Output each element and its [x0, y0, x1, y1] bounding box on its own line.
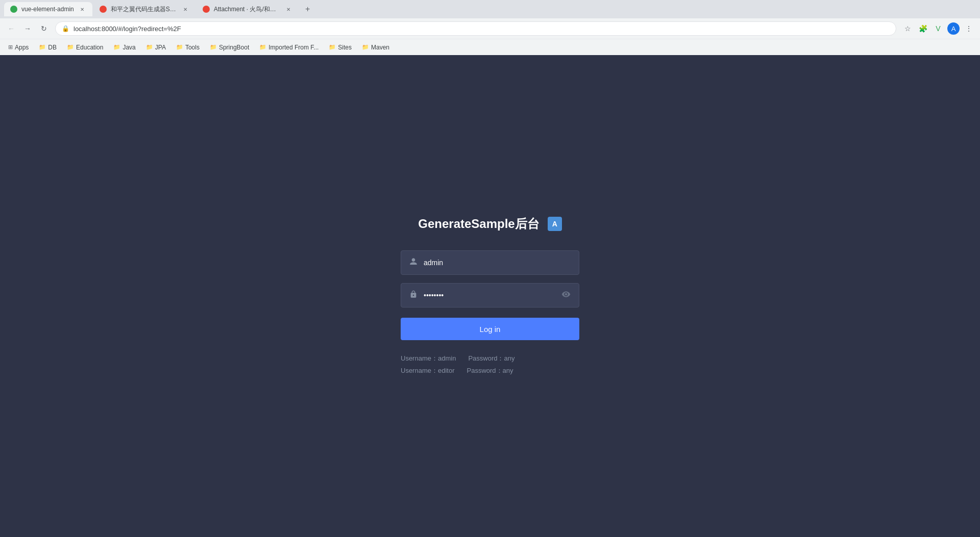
hint-username-1: Username：admin [401, 352, 456, 364]
lock-field-icon [409, 290, 418, 300]
tab-favicon-1 [10, 6, 17, 13]
extension-icon-1[interactable]: V [931, 21, 945, 36]
bookmark-star-button[interactable]: ☆ [900, 21, 915, 36]
username-input[interactable] [424, 259, 571, 267]
tab-hepzhi[interactable]: 和平之翼代码生成器SME... ✕ [93, 2, 195, 16]
profile-avatar: A [947, 22, 960, 35]
hint-password-1: Password：any [468, 352, 514, 364]
tab-title-3: Attachment · 火鸟/和平之... [214, 5, 280, 14]
bookmark-apps[interactable]: ⊞ Apps [4, 43, 33, 52]
maven-bookmark-icon: 📁 [362, 44, 369, 50]
jpa-bookmark-icon: 📁 [146, 44, 153, 50]
bookmark-db-label: DB [48, 44, 57, 51]
bookmark-springboot[interactable]: 📁 SpringBoot [206, 43, 253, 52]
tab-favicon-2 [100, 6, 107, 13]
password-input-group [401, 283, 579, 308]
reload-button[interactable]: ↻ [37, 21, 51, 36]
bookmark-db[interactable]: 📁 DB [35, 43, 61, 52]
password-input[interactable] [424, 291, 555, 299]
bookmark-apps-label: Apps [15, 44, 29, 51]
education-bookmark-icon: 📁 [67, 44, 74, 50]
translate-icon-label: A [552, 220, 557, 228]
imported-bookmark-icon: 📁 [259, 44, 266, 50]
tab-close-2[interactable]: ✕ [181, 5, 189, 13]
new-tab-button[interactable]: + [302, 3, 314, 15]
password-field-wrapper [401, 283, 579, 308]
bookmark-education-label: Education [76, 44, 103, 51]
springboot-bookmark-icon: 📁 [210, 44, 217, 50]
bookmark-tools[interactable]: 📁 Tools [172, 43, 204, 52]
translate-icon: A [548, 217, 562, 231]
forward-button[interactable]: → [20, 21, 35, 36]
bookmark-springboot-label: SpringBoot [219, 44, 249, 51]
tab-bar: vue-element-admin ✕ 和平之翼代码生成器SME... ✕ At… [0, 0, 980, 18]
bookmark-java-label: Java [122, 44, 135, 51]
bookmark-java[interactable]: 📁 Java [109, 43, 139, 52]
menu-button[interactable]: ⋮ [962, 21, 976, 36]
bookmark-maven-label: Maven [371, 44, 389, 51]
bookmark-jpa[interactable]: 📁 JPA [142, 43, 170, 52]
login-title: GenerateSample后台 [418, 216, 539, 232]
bookmark-imported[interactable]: 📁 Imported From F... [255, 43, 323, 52]
java-bookmark-icon: 📁 [113, 44, 120, 50]
nav-bar: ← → ↻ 🔒 localhost:8000/#/login?redirect=… [0, 18, 980, 39]
login-button-label: Log in [480, 325, 501, 334]
profile-button[interactable]: A [946, 21, 961, 36]
tab-title-1: vue-element-admin [21, 6, 74, 13]
db-bookmark-icon: 📁 [39, 44, 46, 50]
tools-bookmark-icon: 📁 [176, 44, 183, 50]
tab-attachment[interactable]: Attachment · 火鸟/和平之... ✕ [197, 2, 299, 16]
tab-close-1[interactable]: ✕ [78, 5, 86, 13]
eye-toggle-icon[interactable] [561, 290, 571, 301]
username-input-group [401, 250, 579, 275]
login-hints: Username：admin Password：any Username：edi… [401, 352, 579, 376]
page-content: GenerateSample后台 A [0, 55, 980, 537]
tab-title-2: 和平之翼代码生成器SME... [111, 5, 177, 14]
login-container: GenerateSample后台 A [401, 216, 579, 376]
login-button[interactable]: Log in [401, 318, 579, 340]
bookmark-maven[interactable]: 📁 Maven [358, 43, 394, 52]
lock-icon: 🔒 [62, 25, 69, 32]
tab-vue-element-admin[interactable]: vue-element-admin ✕ [4, 2, 92, 16]
apps-bookmark-icon: ⊞ [8, 44, 13, 50]
tab-favicon-3 [203, 6, 210, 13]
address-text: localhost:8000/#/login?redirect=%2F [74, 25, 181, 33]
browser-chrome: vue-element-admin ✕ 和平之翼代码生成器SME... ✕ At… [0, 0, 980, 55]
username-field-wrapper [401, 250, 579, 275]
bookmark-imported-label: Imported From F... [268, 44, 318, 51]
bookmark-tools-label: Tools [185, 44, 200, 51]
bookmark-jpa-label: JPA [155, 44, 166, 51]
address-bar[interactable]: 🔒 localhost:8000/#/login?redirect=%2F [55, 21, 896, 36]
hint-username-2: Username：editor [401, 365, 455, 376]
back-button[interactable]: ← [4, 21, 18, 36]
nav-right-buttons: ☆ 🧩 V A ⋮ [900, 21, 976, 36]
bookmark-education[interactable]: 📁 Education [63, 43, 107, 52]
bookmarks-bar: ⊞ Apps 📁 DB 📁 Education 📁 Java 📁 JPA 📁 T… [0, 39, 980, 55]
bookmark-sites[interactable]: 📁 Sites [325, 43, 356, 52]
tab-close-3[interactable]: ✕ [284, 5, 292, 13]
hint-row-2: Username：editor Password：any [401, 365, 579, 376]
hint-row-1: Username：admin Password：any [401, 352, 579, 364]
user-icon [409, 258, 418, 268]
bookmark-sites-label: Sites [338, 44, 352, 51]
hint-password-2: Password：any [467, 365, 513, 376]
login-header: GenerateSample后台 A [418, 216, 561, 232]
sites-bookmark-icon: 📁 [329, 44, 336, 50]
extensions-button[interactable]: 🧩 [916, 21, 930, 36]
